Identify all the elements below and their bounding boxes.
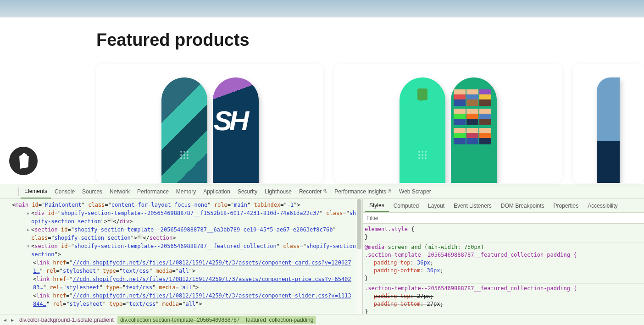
breadcrumb-prev-icon[interactable]: ◂	[2, 317, 8, 323]
tab-styles[interactable]: Styles	[365, 199, 389, 212]
breadcrumb-item-selected[interactable]: div.collection.section-template--2056546…	[117, 316, 316, 324]
product-card[interactable]	[334, 64, 561, 183]
dom-scrollbar[interactable]	[356, 199, 362, 314]
tab-web-scraper[interactable]: Web Scraper	[395, 184, 435, 198]
snowboard-image	[597, 77, 620, 183]
styles-filter	[363, 213, 644, 224]
experimental-icon: ⚗	[387, 188, 392, 194]
tab-sources[interactable]: Sources	[78, 184, 106, 198]
devtools-body: ▸<main id="MainContent" class="content-f…	[0, 199, 644, 314]
experimental-icon: ⚗	[322, 188, 327, 194]
expand-toggle-icon[interactable]: ▸	[7, 201, 12, 209]
tab-network[interactable]: Network	[106, 184, 133, 198]
devtools-panel: Elements Console Sources Network Perform…	[0, 184, 644, 325]
tab-application[interactable]: Application	[200, 184, 234, 198]
snowboard-image	[213, 77, 259, 183]
styles-tab-bar: Styles Computed Layout Event Listeners D…	[363, 199, 644, 213]
tab-layout[interactable]: Layout	[423, 199, 449, 212]
devtools-tab-bar: Elements Console Sources Network Perform…	[0, 184, 644, 199]
product-card[interactable]	[96, 64, 323, 183]
tab-lighthouse[interactable]: Lighthouse	[261, 184, 295, 198]
tab-elements[interactable]: Elements	[21, 184, 51, 198]
collapsed-content-icon[interactable]	[107, 218, 113, 222]
product-cards-row	[96, 64, 644, 183]
tab-event-listeners[interactable]: Event Listeners	[449, 199, 496, 212]
stylesheet-href-link[interactable]: //cdn.shopifycdn.net/s/files/1/0812/1591…	[73, 276, 351, 282]
tab-memory[interactable]: Memory	[172, 184, 200, 198]
breadcrumb-bar: ◂ ▸ div.color-background-1.isolate.gradi…	[0, 314, 644, 325]
tab-dom-breakpoints[interactable]: DOM Breakpoints	[496, 199, 549, 212]
shopify-badge-icon[interactable]	[9, 147, 38, 175]
rendered-page: Featured products	[0, 0, 644, 184]
stylesheet-href-link[interactable]: //cdn.shopifycdn.net/s/files/1/0812/1591…	[73, 292, 351, 299]
expand-toggle-icon[interactable]: ▾	[27, 242, 31, 250]
tab-computed[interactable]: Computed	[389, 199, 423, 212]
tab-security[interactable]: Security	[234, 184, 261, 198]
snowboard-image	[161, 77, 207, 183]
tab-properties[interactable]: Properties	[549, 199, 583, 212]
collapsed-content-icon[interactable]	[137, 234, 143, 239]
styles-pane: Styles Computed Layout Event Listeners D…	[362, 199, 644, 314]
tab-recorder[interactable]: Recorder⚗	[295, 184, 331, 198]
breadcrumb-item[interactable]: div.color-background-1.isolate.gradient	[17, 316, 117, 324]
snowboard-image	[400, 77, 445, 183]
tab-performance[interactable]: Performance	[133, 184, 172, 198]
tab-accessibility[interactable]: Accessibility	[583, 199, 622, 212]
styles-rules[interactable]: element.style { } @media screen and (min…	[363, 224, 644, 314]
stylesheet-href-link[interactable]: //cdn.shopifycdn.net/s/files/1/0812/1591…	[73, 259, 351, 266]
page-content: Featured products	[0, 17, 644, 183]
breadcrumb-next-icon[interactable]: ▸	[9, 317, 16, 323]
styles-filter-input[interactable]	[363, 213, 644, 223]
featured-products-heading: Featured products	[96, 30, 644, 50]
expand-toggle-icon[interactable]: ▸	[27, 209, 31, 217]
tab-console[interactable]: Console	[51, 184, 78, 198]
tab-performance-insights[interactable]: Performance insights⚗	[331, 184, 395, 198]
dom-tree[interactable]: ▸<main id="MainContent" class="content-f…	[0, 199, 362, 314]
product-card[interactable]	[573, 64, 644, 183]
expand-toggle-icon[interactable]: ▸	[27, 226, 31, 234]
snowboard-image	[451, 77, 497, 183]
hero-banner-slice	[0, 0, 644, 17]
